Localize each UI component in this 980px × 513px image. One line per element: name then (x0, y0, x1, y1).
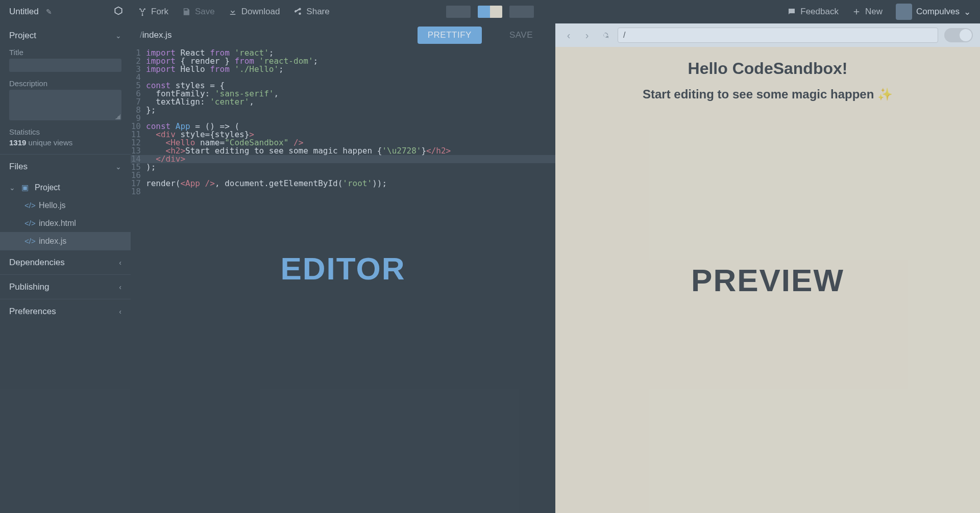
nav-back-button[interactable]: ‹ (562, 29, 575, 41)
chevron-left-icon: ‹ (119, 283, 121, 291)
code-file-icon: </> (24, 219, 34, 227)
project-title[interactable]: Untitled (9, 7, 39, 17)
preview-pane: Hello CodeSandbox! Start editing to see … (555, 47, 980, 513)
refresh-button[interactable] (599, 29, 611, 41)
fork-button[interactable]: Fork (138, 7, 168, 17)
editor-watermark: EDITOR (280, 250, 405, 287)
sidebar: Project ⌄ Title Description Statistics 1… (0, 23, 131, 513)
preview-h2: Start editing to see some magic happen ✨ (555, 87, 980, 101)
file-index-js[interactable]: </>index.js (0, 232, 131, 250)
nav-forward-button[interactable]: › (581, 29, 593, 41)
layout-preview-only[interactable] (509, 6, 534, 18)
save-button[interactable]: Save (182, 7, 215, 17)
project-section-header[interactable]: Project ⌄ (0, 23, 131, 48)
folder-project[interactable]: ⌄ ▣ Project (0, 178, 131, 196)
dependencies-section[interactable]: Dependencies ‹ (0, 250, 131, 274)
preferences-section[interactable]: Preferences ‹ (0, 299, 131, 323)
code-file-icon: </> (24, 201, 34, 210)
statistics-value: 1319 unique views (9, 138, 121, 147)
code-file-icon: </> (24, 237, 34, 245)
description-input[interactable] (9, 90, 121, 120)
folder-icon: ▣ (20, 183, 30, 192)
editor-column: /index.js PRETTIFY SAVE 1import React fr… (131, 23, 555, 513)
url-input[interactable]: / (618, 28, 938, 43)
files-section-header[interactable]: Files ⌄ (0, 154, 131, 178)
top-bar: Untitled ✎ Fork Save Download Share (0, 0, 980, 23)
preview-h1: Hello CodeSandbox! (555, 59, 980, 78)
layout-editor-only[interactable] (446, 6, 471, 18)
chevron-left-icon: ‹ (119, 259, 121, 267)
preview-column: ‹ › / Hello CodeSandbox! Start editing t… (555, 23, 980, 513)
avatar (896, 4, 912, 20)
publishing-section[interactable]: Publishing ‹ (0, 274, 131, 299)
chevron-down-icon: ⌄ (115, 32, 121, 40)
preview-watermark: PREVIEW (691, 262, 844, 298)
share-button[interactable]: Share (293, 7, 329, 17)
prettify-button[interactable]: PRETTIFY (418, 27, 482, 44)
logo-icon[interactable] (113, 6, 124, 18)
preview-toggle[interactable] (944, 28, 973, 42)
description-label: Description (9, 79, 121, 88)
statistics-label: Statistics (9, 127, 121, 136)
editor-tab[interactable]: /index.js (140, 30, 172, 40)
layout-switcher (446, 6, 534, 18)
file-index-html[interactable]: </>index.html (0, 214, 131, 232)
feedback-button[interactable]: Feedback (787, 7, 839, 17)
edit-icon[interactable]: ✎ (46, 8, 52, 16)
chevron-down-icon: ⌄ (964, 7, 971, 17)
layout-split[interactable] (478, 6, 502, 18)
chevron-down-icon: ⌄ (9, 184, 15, 192)
preview-toolbar: ‹ › / (555, 23, 980, 47)
editor-save-button[interactable]: SAVE (496, 27, 546, 44)
title-input[interactable] (9, 59, 121, 72)
user-menu[interactable]: Compulves ⌄ (896, 4, 971, 20)
title-label: Title (9, 48, 121, 57)
code-editor[interactable]: 1import React from 'react';2import { ren… (131, 47, 555, 196)
editor-tabbar: /index.js PRETTIFY SAVE (131, 23, 555, 47)
chevron-down-icon: ⌄ (115, 163, 121, 171)
chevron-left-icon: ‹ (119, 307, 121, 316)
new-button[interactable]: New (852, 7, 883, 17)
file-Hello-js[interactable]: </>Hello.js (0, 196, 131, 214)
download-button[interactable]: Download (228, 7, 280, 17)
